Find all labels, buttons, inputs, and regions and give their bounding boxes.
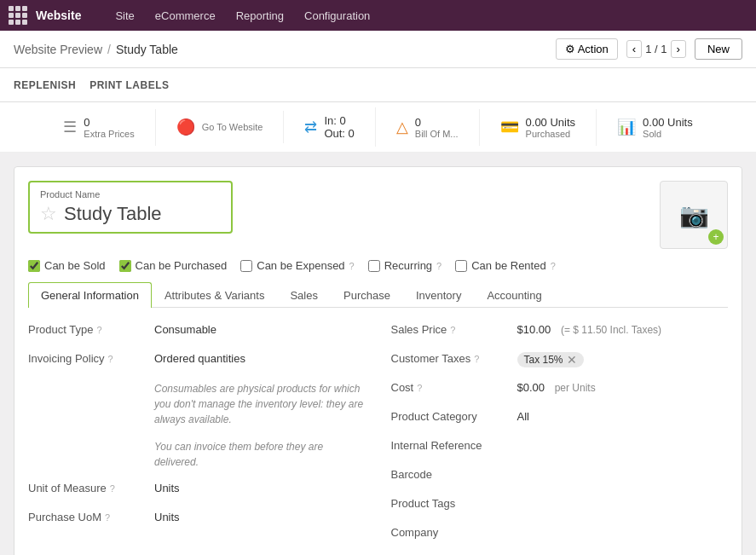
pager-next[interactable]: ›	[671, 40, 686, 58]
tab-general-information[interactable]: General Information	[28, 282, 152, 308]
purchase-uom-value[interactable]: Units	[154, 507, 366, 523]
add-photo-icon[interactable]: +	[708, 229, 724, 245]
barcode-label: Barcode	[391, 465, 511, 481]
customer-taxes-value: Tax 15% ✕	[517, 349, 729, 367]
field-invoicing-policy: Invoicing Policy ? Ordered quantities	[28, 349, 366, 373]
nav-reporting[interactable]: Reporting	[228, 6, 292, 26]
stat-extra-prices-info: 0 Extra Prices	[84, 116, 134, 139]
tab-purchase[interactable]: Purchase	[331, 282, 403, 308]
camera-icon: 📷	[679, 201, 709, 229]
extra-prices-icon: ☰	[63, 118, 77, 136]
field-product-category: Product Category All	[391, 407, 729, 431]
grid-icon	[9, 6, 27, 25]
customer-taxes-label: Customer Taxes ?	[391, 349, 511, 365]
consumable-note-2: You can invoice them before they are del…	[154, 439, 366, 470]
can-expensed-checkbox[interactable]	[240, 260, 252, 272]
recurring-checkbox[interactable]	[368, 260, 380, 272]
product-name-section: Product Name ☆ Study Table	[28, 181, 233, 234]
favorite-star-icon[interactable]: ☆	[40, 203, 57, 225]
can-sold-checkbox[interactable]	[28, 260, 40, 272]
bom-icon: △	[396, 118, 408, 136]
breadcrumb-link[interactable]: Website Preview	[14, 43, 102, 56]
cost-value[interactable]: $0.00 per Units	[517, 378, 729, 394]
check-can-sold: Can be Sold	[28, 259, 106, 272]
header-actions: ⚙ Action ‹ 1 / 1 › New	[556, 38, 742, 60]
can-purchased-checkbox[interactable]	[119, 260, 131, 272]
can-expensed-label: Can be Expensed	[257, 259, 344, 272]
barcode-value[interactable]	[517, 465, 729, 468]
breadcrumb-separator: /	[107, 43, 111, 56]
stat-extra-prices[interactable]: ☰ 0 Extra Prices	[43, 109, 155, 146]
check-can-expensed: Can be Expensed ?	[240, 259, 354, 272]
can-purchased-label: Can be Purchased	[136, 259, 228, 272]
tab-attributes-variants[interactable]: Attributes & Variants	[152, 282, 278, 308]
product-photo[interactable]: 📷 +	[660, 181, 728, 249]
nav-ecommerce[interactable]: eCommerce	[147, 6, 224, 26]
nav-configuration[interactable]: Configuration	[296, 6, 378, 26]
product-name-label: Product Name	[40, 189, 221, 199]
pager-prev[interactable]: ‹	[626, 40, 642, 58]
stat-in-out[interactable]: ⇄ In: 0 Out: 0	[284, 107, 375, 147]
main-content: Product Name ☆ Study Table 📷 + Can be So…	[0, 153, 756, 555]
purchased-value: 0.00 Units	[526, 116, 576, 129]
product-card: Product Name ☆ Study Table 📷 + Can be So…	[14, 166, 742, 555]
field-cost: Cost ? $0.00 per Units	[391, 378, 729, 402]
stat-bill-of-materials[interactable]: △ 0 Bill Of M...	[376, 109, 480, 146]
right-column: Sales Price ? $10.00 (= $ 11.50 Incl. Ta…	[391, 320, 729, 546]
product-tags-label: Product Tags	[391, 494, 511, 510]
sales-price-help-icon: ?	[450, 325, 455, 335]
checkboxes-row: Can be Sold Can be Purchased Can be Expe…	[28, 259, 728, 272]
action-button[interactable]: ⚙ Action	[556, 38, 618, 60]
app-name: Website	[36, 9, 81, 22]
can-rented-label: Can be Rented	[471, 259, 545, 272]
tab-accounting[interactable]: Accounting	[474, 282, 554, 308]
app-icon[interactable]: Website	[9, 6, 95, 25]
tab-sales[interactable]: Sales	[277, 282, 331, 308]
field-unit-of-measure: Unit of Measure ? Units	[28, 478, 366, 502]
product-category-label: Product Category	[391, 407, 511, 423]
tab-inventory[interactable]: Inventory	[403, 282, 474, 308]
sales-price-value[interactable]: $10.00 (= $ 11.50 Incl. Taxes)	[517, 320, 729, 336]
sold-value: 0.00 Units	[643, 116, 693, 129]
nav-site[interactable]: Site	[107, 6, 142, 26]
purchase-uom-help-icon: ?	[105, 512, 110, 523]
internal-reference-value[interactable]	[517, 436, 729, 439]
stat-purchased-info: 0.00 Units Purchased	[526, 116, 576, 139]
product-name-input: ☆ Study Table	[40, 203, 221, 225]
print-labels-button[interactable]: PRINT LABELS	[89, 76, 169, 95]
tax-remove-icon[interactable]: ✕	[567, 354, 577, 366]
field-purchase-uom: Purchase UoM ? Units	[28, 507, 366, 531]
field-product-tags: Product Tags	[391, 494, 729, 517]
stat-units-sold[interactable]: 📊 0.00 Units Sold	[597, 109, 713, 146]
invoicing-policy-help-icon: ?	[108, 354, 113, 364]
check-recurring: Recurring ?	[368, 259, 441, 272]
product-title[interactable]: Study Table	[64, 203, 162, 225]
sales-price-note: (= $ 11.50 Incl. Taxes)	[561, 324, 661, 336]
company-value[interactable]	[517, 523, 729, 526]
unit-of-measure-label: Unit of Measure ?	[28, 478, 147, 494]
top-navigation: Website Site eCommerce Reporting Configu…	[0, 0, 756, 31]
fields-grid: Product Type ? Consumable Invoicing Poli…	[28, 320, 728, 546]
product-type-value[interactable]: Consumable	[154, 320, 366, 336]
product-category-value[interactable]: All	[517, 407, 729, 423]
stat-units-purchased[interactable]: 💳 0.00 Units Purchased	[480, 109, 597, 146]
unit-of-measure-value[interactable]: Units	[154, 478, 366, 494]
extra-prices-label: Extra Prices	[84, 129, 134, 139]
website-icon: 🔴	[176, 118, 195, 136]
stat-bom-info: 0 Bill Of M...	[415, 116, 459, 139]
check-can-purchased: Can be Purchased	[119, 259, 228, 272]
replenish-button[interactable]: REPLENISH	[14, 76, 76, 95]
can-rented-checkbox[interactable]	[455, 260, 467, 272]
new-button[interactable]: New	[695, 38, 742, 60]
recurring-help-icon: ?	[436, 261, 441, 271]
product-header: Product Name ☆ Study Table 📷 +	[28, 181, 728, 249]
invoicing-policy-value[interactable]: Ordered quantities	[154, 349, 366, 365]
stats-bar: ☰ 0 Extra Prices 🔴 Go To Website ⇄ In: 0…	[0, 102, 756, 153]
pager: ‹ 1 / 1 ›	[626, 40, 686, 58]
tax-badge[interactable]: Tax 15% ✕	[517, 352, 584, 367]
rented-help-icon: ?	[551, 261, 556, 271]
product-tags-value[interactable]	[517, 494, 729, 497]
stat-go-to-website[interactable]: 🔴 Go To Website	[156, 111, 285, 143]
field-barcode: Barcode	[391, 465, 729, 489]
sold-icon: 📊	[617, 118, 636, 136]
